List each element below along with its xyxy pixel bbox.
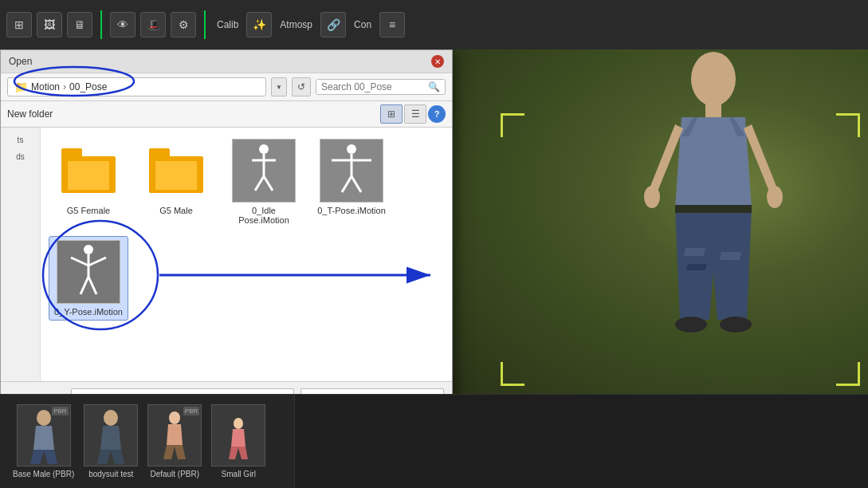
asset-item-small-girl[interactable]: Small Girl [211, 404, 265, 478]
atmosp-label[interactable]: Atmosp [277, 19, 316, 30]
refresh-button[interactable]: ↺ [292, 77, 311, 96]
dialog-title: Open [9, 56, 32, 67]
file-grid-area: G5 Female [41, 128, 452, 381]
asset-thumb-small-girl [211, 404, 265, 466]
file-name-0-y-pose: 0_Y-Pose.iMotion [54, 307, 123, 317]
svg-line-16 [71, 258, 88, 266]
breadcrumb-path[interactable]: 📁 Motion › 00_Pose [7, 77, 266, 96]
svg-point-25 [675, 317, 707, 333]
search-input[interactable] [321, 81, 425, 92]
svg-line-8 [264, 176, 273, 191]
folder-icon-g5-male [149, 148, 203, 193]
dialog-titlebar: Open ✕ [1, 50, 452, 73]
toolbar-sep-2 [204, 10, 206, 39]
svg-point-9 [347, 144, 356, 154]
atmosp-btn[interactable]: ✨ [246, 12, 272, 37]
frame-corner-br [836, 362, 860, 386]
svg-point-29 [169, 411, 180, 424]
search-icon: 🔍 [428, 81, 440, 92]
breadcrumb-folder-icon: 📁 [14, 81, 28, 93]
filename-row: File name: All Supported Files (*.fbx *.… [9, 388, 444, 394]
svg-point-14 [84, 245, 93, 254]
asset-figure-small-girl [225, 418, 252, 466]
search-bar: 🔍 [316, 79, 446, 95]
asset-figure-bodysuit [91, 410, 131, 466]
options-btn[interactable]: ⚙ [171, 12, 196, 37]
svg-point-4 [259, 144, 269, 154]
pbr-badge-base-male: PBR [52, 407, 68, 415]
pbr-badge-default: PBR [183, 407, 199, 415]
monitor-btn[interactable]: 🖥 [67, 12, 92, 37]
file-item-g5-male[interactable]: G5 Male [136, 136, 216, 228]
file-thumb-g5-male [144, 139, 208, 203]
frame-corner-tr [836, 113, 860, 137]
asset-thumb-default: PBR [147, 404, 202, 466]
asset-item-base-male[interactable]: PBR Base Male (PBR) [13, 404, 74, 478]
breadcrumb-sep: › [63, 81, 66, 92]
svg-point-26 [720, 317, 752, 333]
filetype-select[interactable]: All Supported Files (*.fbx *.iAva [300, 388, 444, 394]
con-label[interactable]: Con [351, 19, 375, 30]
help-button[interactable]: ? [428, 105, 446, 123]
svg-point-30 [234, 418, 243, 429]
svg-line-19 [88, 277, 96, 294]
breadcrumb-dropdown[interactable]: ▼ [271, 77, 287, 96]
svg-point-27 [37, 410, 51, 426]
stick-figure-idle [244, 143, 284, 199]
asset-item-bodysuit[interactable]: bodysuit test [84, 404, 138, 478]
asset-figure-default [159, 411, 190, 466]
dialog-close-button[interactable]: ✕ [431, 55, 444, 68]
hat-btn[interactable]: 🎩 [140, 12, 166, 37]
character-svg [626, 49, 801, 368]
frame-corner-tl [501, 113, 524, 137]
asset-label-small-girl: Small Girl [222, 470, 256, 478]
new-folder-button[interactable]: New folder [7, 108, 53, 120]
svg-point-23 [767, 186, 783, 208]
breadcrumb-00pose: 00_Pose [69, 81, 107, 92]
eye-btn[interactable]: 👁 [110, 12, 136, 37]
file-item-0-idle[interactable]: 0_Idle Pose.iMotion [224, 136, 304, 228]
view-buttons: ⊞ ☰ ? [380, 104, 446, 124]
asset-thumb-base-male: PBR [17, 404, 71, 466]
filename-input[interactable] [71, 388, 294, 394]
asset-label-base-male: Base Male (PBR) [13, 470, 74, 478]
svg-rect-21 [705, 103, 721, 117]
file-item-0-y-pose[interactable]: 0_Y-Pose.iMotion [49, 236, 128, 321]
viewport-background [453, 49, 868, 394]
asset-item-default[interactable]: PBR Default (PBR) [147, 404, 202, 478]
svg-line-12 [342, 176, 352, 192]
svg-line-17 [88, 258, 106, 266]
asset-items: PBR Base Male (PBR) [0, 395, 294, 488]
list-view-btn[interactable]: ☰ [404, 104, 426, 124]
top-toolbar: ⊞ 🖼 🖥 👁 🎩 ⚙ Calib ✨ Atmosp 🔗 Con ≡ [0, 0, 868, 49]
file-name-g5-female: G5 Female [67, 206, 110, 215]
leftnav-ds[interactable]: ds [4, 151, 37, 163]
folder-icon-g5-female [61, 148, 116, 193]
asset-label-bodysuit: bodysuit test [88, 470, 133, 478]
svg-line-13 [352, 176, 361, 192]
file-thumb-0-idle [232, 139, 296, 203]
viewport-area [453, 49, 868, 394]
file-item-g5-female[interactable]: G5 Female [49, 136, 128, 228]
toolbar-sep-1 [100, 10, 102, 39]
breadcrumb-motion: Motion [31, 81, 60, 92]
dialog-body: ts ds [1, 128, 452, 381]
con-btn[interactable]: 🔗 [320, 12, 346, 37]
file-item-0-t-pose[interactable]: 0_T-Pose.iMotion [312, 136, 391, 228]
large-icons-btn[interactable]: ⊞ [380, 104, 403, 124]
file-dialog: Open ✕ 📁 Motion › 00_Pose ▼ ↺ 🔍 [0, 49, 453, 394]
grid-view-btn[interactable]: ⊞ [6, 12, 32, 37]
leftnav-ts[interactable]: ts [4, 134, 37, 146]
svg-line-18 [81, 277, 88, 294]
svg-line-7 [255, 176, 264, 191]
file-thumb-g5-female [57, 139, 120, 203]
character-container [626, 49, 801, 370]
file-thumb-0-t-pose [320, 139, 383, 203]
calib-label[interactable]: Calib [214, 19, 242, 30]
file-name-0-t-pose: 0_T-Pose.iMotion [317, 206, 386, 215]
bottom-left-panel: PBR Base Male (PBR) [0, 395, 295, 488]
more-btn[interactable]: ≡ [379, 12, 405, 37]
file-name-0-idle: 0_Idle Pose.iMotion [227, 206, 300, 225]
dialog-bottom: File name: All Supported Files (*.fbx *.… [1, 381, 452, 394]
image-btn[interactable]: 🖼 [37, 12, 62, 37]
